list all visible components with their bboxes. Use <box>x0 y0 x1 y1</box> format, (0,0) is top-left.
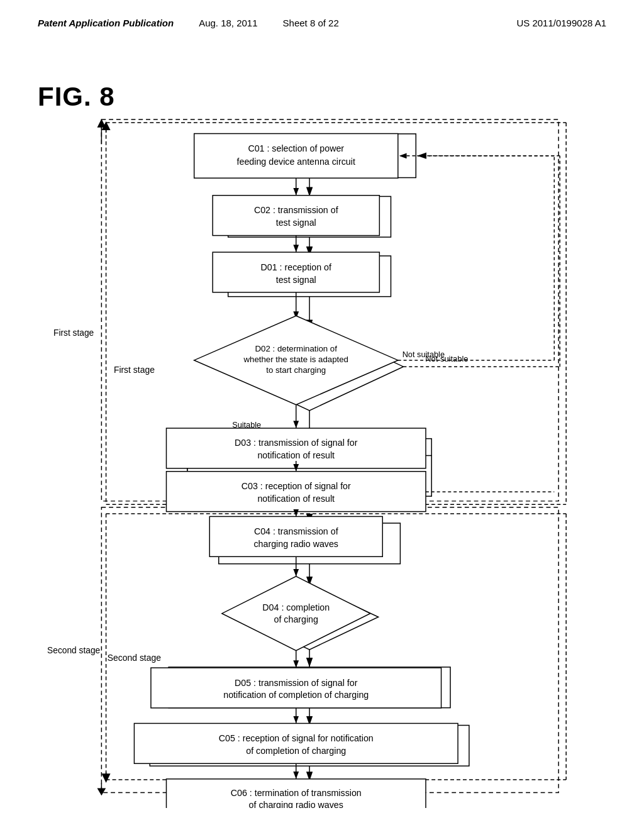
svg-rect-80 <box>134 723 458 763</box>
svg-text:C01 : selection of power: C01 : selection of power <box>248 143 344 153</box>
svg-text:D04 : completion: D04 : completion <box>262 602 330 612</box>
header-title: Patent Application Publication <box>38 18 174 28</box>
svg-rect-76 <box>151 668 441 708</box>
svg-text:First stage: First stage <box>53 328 94 338</box>
svg-text:test signal: test signal <box>276 275 316 285</box>
svg-marker-34 <box>97 788 106 796</box>
figure-label: FIG. 8 <box>38 82 115 112</box>
svg-text:of charging radio waves: of charging radio waves <box>249 800 343 808</box>
svg-text:to start charging: to start charging <box>266 365 326 375</box>
svg-rect-68 <box>209 516 382 556</box>
svg-text:D05 : transmission of signal f: D05 : transmission of signal for <box>235 678 358 688</box>
svg-text:C03 : reception of signal for: C03 : reception of signal for <box>242 481 351 491</box>
svg-text:D01 : reception of: D01 : reception of <box>261 262 331 272</box>
svg-marker-32 <box>97 119 106 128</box>
svg-text:C04 : transmission of: C04 : transmission of <box>254 526 338 536</box>
main-flowchart: C01 : selection of power feeding device … <box>38 116 606 808</box>
header-sheet: Sheet 8 of 22 <box>283 18 339 28</box>
svg-text:test signal: test signal <box>276 218 316 228</box>
svg-text:C02 : transmission of: C02 : transmission of <box>254 205 338 215</box>
svg-rect-62 <box>167 472 426 512</box>
svg-rect-39 <box>213 196 379 236</box>
svg-text:notification of result: notification of result <box>257 494 335 504</box>
svg-text:of charging: of charging <box>274 614 318 624</box>
svg-text:D02 : determination of: D02 : determination of <box>255 344 338 353</box>
svg-text:Second stage: Second stage <box>47 646 100 655</box>
svg-text:of completion of charging: of completion of charging <box>246 746 346 756</box>
header-date: Aug. 18, 2011 <box>199 18 257 28</box>
svg-text:charging radio waves: charging radio waves <box>253 539 338 549</box>
svg-text:C06 : termination of transmiss: C06 : termination of transmission <box>231 788 362 798</box>
svg-text:feeding device antenna circuit: feeding device antenna circuit <box>237 157 355 167</box>
page-header: Patent Application Publication Aug. 18, … <box>0 0 644 28</box>
svg-text:notification of completion of : notification of completion of charging <box>223 690 369 700</box>
header-patent: US 2011/0199028 A1 <box>516 18 606 28</box>
svg-text:notification of result: notification of result <box>257 450 335 460</box>
svg-marker-72 <box>222 577 370 651</box>
svg-rect-43 <box>213 252 379 292</box>
svg-text:Not suitable: Not suitable <box>402 350 445 359</box>
svg-text:C05 : reception of signal for : C05 : reception of signal for notificati… <box>219 733 374 743</box>
svg-text:whether the state is adapted: whether the state is adapted <box>243 355 348 364</box>
svg-text:D03 : transmission of signal f: D03 : transmission of signal for <box>235 438 358 448</box>
